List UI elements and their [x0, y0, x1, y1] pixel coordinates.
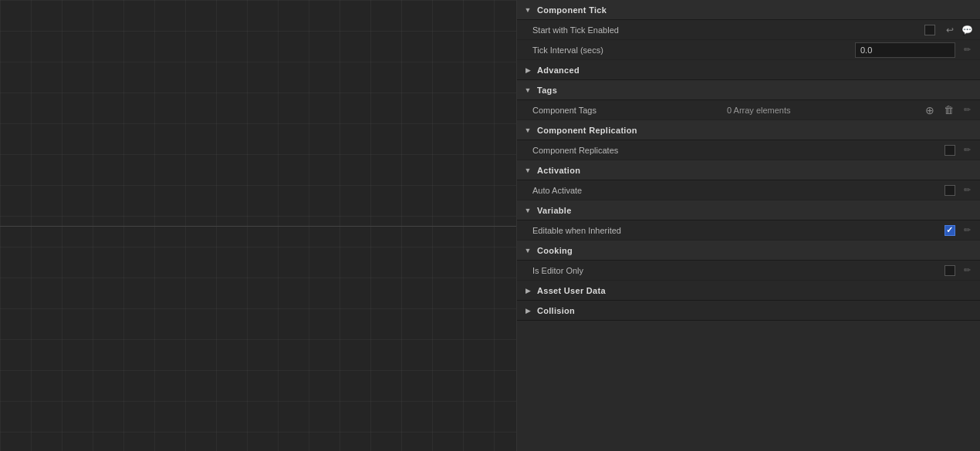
- prop-name-is-editor-only: Is Editor Only: [532, 266, 727, 275]
- prop-name-tick-interval: Tick Interval (secs): [532, 45, 727, 55]
- property-row-editable-when-inherited: Editable when Inherited ✏: [517, 220, 980, 241]
- section-label-activation: Activation: [537, 166, 580, 175]
- property-row-component-replicates: Component Replicates ✏: [517, 140, 980, 160]
- property-row-auto-activate: Auto Activate ✏: [517, 180, 980, 200]
- array-info-component-tags: 0 Array elements: [727, 106, 918, 115]
- chevron-activation: ▼: [523, 166, 532, 175]
- chevron-variable: ▼: [523, 206, 532, 215]
- input-tick-interval[interactable]: [855, 42, 955, 58]
- delete-icon-component-tags[interactable]: 🗑: [941, 103, 955, 117]
- prop-value-component-tags: 0 Array elements ⊕ 🗑 ✏: [727, 103, 974, 117]
- section-label-asset-user-data: Asset User Data: [537, 286, 606, 295]
- section-label-component-tick: Component Tick: [537, 5, 607, 15]
- prop-name-component-replicates: Component Replicates: [532, 146, 727, 155]
- add-icon-component-tags[interactable]: ⊕: [923, 103, 937, 117]
- row-end-icons-start-tick: ↩ 💬: [943, 23, 974, 37]
- chevron-advanced: ▶: [523, 66, 532, 75]
- property-row-start-tick-enabled: Start with Tick Enabled ↩ 💬: [517, 20, 980, 40]
- section-header-component-tick[interactable]: ▼ Component Tick: [517, 0, 980, 20]
- comment-icon-start-tick[interactable]: 💬: [960, 23, 974, 37]
- properties-panel: ▼ Component Tick Start with Tick Enabled…: [517, 0, 980, 451]
- prop-name-editable-when-inherited: Editable when Inherited: [532, 226, 727, 235]
- property-row-tick-interval: Tick Interval (secs) ✏: [517, 40, 980, 60]
- chevron-component-replication: ▼: [523, 126, 532, 135]
- section-header-activation[interactable]: ▼ Activation: [517, 160, 980, 180]
- section-header-cooking[interactable]: ▼ Cooking: [517, 241, 980, 261]
- chevron-asset-user-data: ▶: [523, 286, 532, 295]
- section-label-collision: Collision: [537, 306, 575, 315]
- section-label-variable: Variable: [537, 206, 572, 215]
- checkbox-component-replicates[interactable]: [945, 145, 955, 156]
- section-header-collision[interactable]: ▶ Collision: [517, 301, 980, 321]
- property-row-is-editor-only: Is Editor Only ✏: [517, 261, 980, 281]
- checkbox-editable-when-inherited[interactable]: [945, 225, 955, 236]
- prop-name-component-tags: Component Tags: [532, 106, 727, 115]
- chevron-cooking: ▼: [523, 246, 532, 255]
- edit-icon-tick-interval[interactable]: ✏: [960, 43, 974, 57]
- canvas-area: [0, 0, 517, 451]
- checkbox-is-editor-only[interactable]: [945, 265, 955, 276]
- section-label-cooking: Cooking: [537, 246, 573, 255]
- prop-value-is-editor-only: ✏: [727, 264, 974, 278]
- prop-value-tick-interval: ✏: [727, 42, 974, 58]
- section-header-asset-user-data[interactable]: ▶ Asset User Data: [517, 281, 980, 301]
- edit-icon-is-editor-only[interactable]: ✏: [960, 264, 974, 278]
- property-row-component-tags: Component Tags 0 Array elements ⊕ 🗑 ✏: [517, 100, 980, 120]
- edit-icon-component-replicates[interactable]: ✏: [960, 143, 974, 157]
- edit-icon-auto-activate[interactable]: ✏: [960, 183, 974, 197]
- prop-value-auto-activate: ✏: [727, 183, 974, 197]
- edit-icon-editable-when-inherited[interactable]: ✏: [960, 224, 974, 237]
- section-header-variable[interactable]: ▼ Variable: [517, 200, 980, 220]
- prop-name-start-tick-enabled: Start with Tick Enabled: [532, 25, 727, 35]
- section-header-tags[interactable]: ▼ Tags: [517, 80, 980, 100]
- checkbox-auto-activate[interactable]: [945, 185, 955, 196]
- chevron-tags: ▼: [523, 86, 532, 95]
- prop-value-component-replicates: ✏: [727, 143, 974, 157]
- canvas-divider-line: [0, 226, 516, 227]
- reset-icon-start-tick[interactable]: ↩: [943, 23, 957, 37]
- edit-icon-component-tags[interactable]: ✏: [960, 103, 974, 117]
- chevron-component-tick: ▼: [523, 5, 532, 15]
- prop-name-auto-activate: Auto Activate: [532, 186, 727, 195]
- section-header-component-replication[interactable]: ▼ Component Replication: [517, 120, 980, 140]
- section-label-tags: Tags: [537, 86, 557, 95]
- section-label-component-replication: Component Replication: [537, 126, 637, 135]
- chevron-collision: ▶: [523, 306, 532, 315]
- prop-value-start-tick-enabled: ↩ 💬: [727, 23, 974, 37]
- section-header-advanced[interactable]: ▶ Advanced: [517, 60, 980, 80]
- section-label-advanced: Advanced: [537, 66, 580, 75]
- checkbox-start-tick-enabled[interactable]: [924, 25, 935, 35]
- prop-value-editable-when-inherited: ✏: [727, 224, 974, 237]
